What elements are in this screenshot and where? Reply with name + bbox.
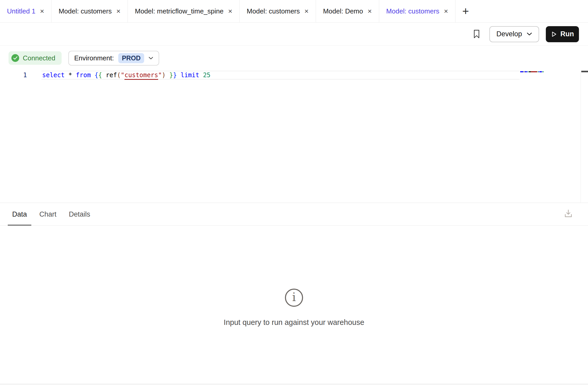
editor-tab[interactable]: Model: metricflow_time_spine✕ xyxy=(128,0,240,22)
tab-close-icon[interactable]: ✕ xyxy=(40,9,45,14)
chevron-down-icon xyxy=(149,57,153,60)
empty-results-message: i Input query to run against your wareho… xyxy=(0,289,588,327)
tab-close-icon[interactable]: ✕ xyxy=(228,9,233,14)
download-results-button[interactable] xyxy=(563,209,573,219)
connection-status-bar: Connected Environment: PROD xyxy=(0,46,588,70)
tab-close-icon[interactable]: ✕ xyxy=(304,9,309,14)
code-token xyxy=(102,72,106,79)
code-token: { xyxy=(94,72,98,79)
code-token: { xyxy=(98,72,102,79)
code-token: 25 xyxy=(203,72,210,79)
code-token: " xyxy=(121,72,124,79)
code-token: ( xyxy=(117,72,121,79)
new-tab-button[interactable]: + xyxy=(455,0,476,22)
ref-link-token[interactable]: customers xyxy=(124,72,158,80)
code-token: limit xyxy=(181,72,199,79)
tab-label: Model: customers xyxy=(247,7,300,15)
code-token: " xyxy=(158,72,162,79)
environment-selector[interactable]: Environment: PROD xyxy=(68,51,159,66)
results-tab-details[interactable]: Details xyxy=(64,203,95,226)
editor-tab[interactable]: Model: customers✕ xyxy=(52,0,128,22)
bottom-divider xyxy=(0,384,588,384)
code-token: } xyxy=(169,72,173,79)
tab-label: Model: Demo xyxy=(323,7,363,15)
download-icon xyxy=(563,209,573,218)
code-token: * xyxy=(68,72,72,79)
editor-tab[interactable]: Model: customers✕ xyxy=(379,0,455,22)
code-token: from xyxy=(76,72,91,79)
tab-close-icon[interactable]: ✕ xyxy=(444,9,449,14)
results-tab-chart[interactable]: Chart xyxy=(35,203,61,226)
sql-code-editor[interactable]: 1 select * from {{ ref("customers") }} l… xyxy=(0,70,588,203)
tab-label: Untitled 1 xyxy=(7,7,35,15)
editor-tab[interactable]: Untitled 1✕ xyxy=(0,0,52,22)
editor-tab-bar: Untitled 1✕Model: customers✕Model: metri… xyxy=(0,0,588,23)
results-tab-data[interactable]: Data xyxy=(8,203,31,226)
toolbar: Develop Run xyxy=(0,23,588,46)
check-circle-icon xyxy=(11,54,19,62)
run-button-label: Run xyxy=(560,30,574,38)
play-icon xyxy=(551,31,557,37)
run-button[interactable]: Run xyxy=(546,26,579,42)
code-token xyxy=(166,72,169,79)
code-token: ref xyxy=(106,72,117,79)
connected-status-label: Connected xyxy=(23,54,55,62)
code-token xyxy=(65,72,68,79)
results-tabs: DataChartDetails xyxy=(8,203,95,226)
tab-bar-tabs: Untitled 1✕Model: customers✕Model: metri… xyxy=(0,0,455,22)
connected-status-badge: Connected xyxy=(9,51,62,65)
chevron-down-icon xyxy=(527,32,532,36)
info-circle-icon: i xyxy=(285,289,303,307)
bookmark-button[interactable] xyxy=(474,30,480,39)
editor-tab[interactable]: Model: customers✕ xyxy=(240,0,316,22)
minimap[interactable] xyxy=(520,71,545,73)
code-token xyxy=(199,72,203,79)
tab-label: Model: customers xyxy=(58,7,112,15)
environment-value-badge: PROD xyxy=(118,53,144,63)
code-token: ) xyxy=(162,72,165,79)
tab-label: Model: customers xyxy=(386,7,439,15)
code-token xyxy=(177,72,180,79)
code-token: } xyxy=(173,72,177,79)
code-line-content[interactable]: select * from {{ ref("customers") }} lim… xyxy=(42,71,210,80)
tab-close-icon[interactable]: ✕ xyxy=(116,9,121,14)
editor-tab[interactable]: Model: Demo✕ xyxy=(316,0,379,22)
code-token: select xyxy=(42,72,65,79)
empty-results-text: Input query to run against your warehous… xyxy=(224,318,364,327)
editor-scrollbar-thumb[interactable] xyxy=(581,71,588,72)
code-token xyxy=(91,72,94,79)
develop-button[interactable]: Develop xyxy=(489,26,539,42)
environment-label: Environment: xyxy=(74,54,114,62)
plus-icon: + xyxy=(462,5,469,18)
line-number: 1 xyxy=(0,71,27,80)
bookmark-icon xyxy=(474,30,480,39)
tab-label: Model: metricflow_time_spine xyxy=(135,7,223,15)
code-token xyxy=(72,72,76,79)
results-panel: DataChartDetails i Input query to run ag… xyxy=(0,203,588,385)
develop-button-label: Develop xyxy=(496,30,522,38)
editor-scrollbar-track[interactable] xyxy=(580,71,588,203)
tab-close-icon[interactable]: ✕ xyxy=(368,9,372,14)
